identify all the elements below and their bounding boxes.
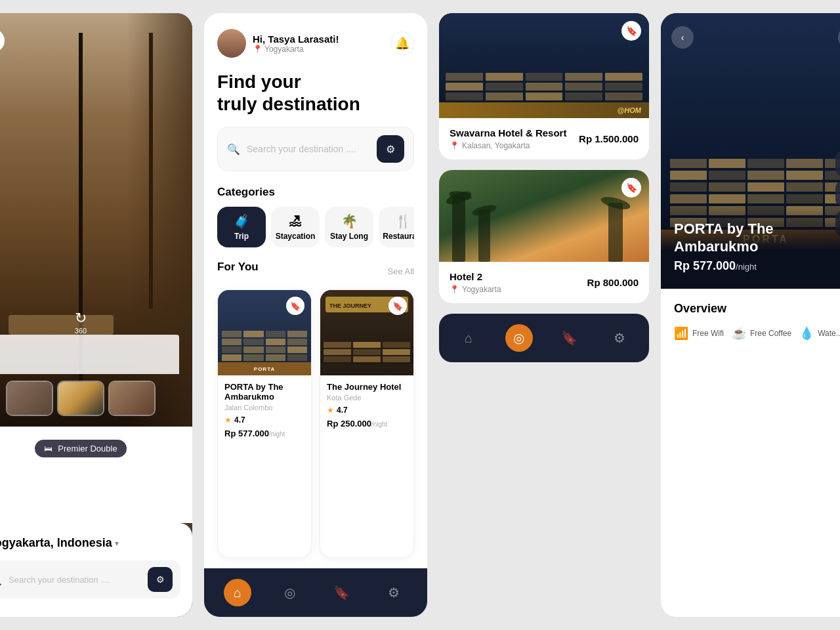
app-header: Hi, Tasya Larasati! 📍 Yogyakarta 🔔 <box>217 29 414 58</box>
location-pin-icon: 📍 <box>253 45 262 54</box>
explore-icon-right: ◎ <box>505 324 533 352</box>
hotel-list-location-2: 📍 Yogyakarta <box>450 285 501 294</box>
hotel-list-card-2[interactable]: 🔖 Hotel 2 📍 Yogyakarta Rp 800.000 <box>439 170 649 303</box>
hotel-location-1: Jalan Colombo <box>224 404 304 411</box>
panel-room: ‹ ↻ 360 🛏 Premier Double ‹ <box>0 13 192 617</box>
staycation-icon: 🏖 <box>289 214 302 229</box>
thumbnail-1[interactable] <box>6 381 53 416</box>
filter-icon: ⚙ <box>156 574 165 585</box>
hotel-list-img-2: 🔖 <box>439 170 649 262</box>
search-bottom-panel: ‹ Yogyakarta, Indonesia ▾ 🔍 Search your … <box>0 523 192 617</box>
stay-long-icon: 🌴 <box>341 213 358 229</box>
filter-button[interactable]: ⚙ <box>148 567 173 592</box>
hotel-cards: PORTA 🔖 PORTA by The Ambarukmo Jalan Col… <box>217 289 414 558</box>
bookmark-hotel-2[interactable]: 🔖 <box>621 178 641 198</box>
room-info: 🛏 Premier Double <box>0 427 192 523</box>
trip-icon: 🧳 <box>234 213 250 229</box>
hotel-list-card-1[interactable]: @HOM 🔖 Swavarna Hotel & Resort 📍 Kalasan… <box>439 13 649 159</box>
nav-explore[interactable]: ◎ <box>276 579 303 606</box>
for-you-header: For You See All <box>217 261 414 282</box>
hotel-card-journey[interactable]: THE JOURNEY 🔖 The Journey Hotel Kota Ged… <box>320 289 414 558</box>
search-placeholder: Search your destination .... <box>247 144 370 154</box>
hotel-list-price-2: Rp 800.000 <box>587 277 639 288</box>
home-icon-right: ⌂ <box>455 324 482 352</box>
detail-hero: PORTA ‹ 🔖 ⊞ ↻ ⊞ PORTA by The Ambarukmo <box>661 13 840 289</box>
app-content: Hi, Tasya Larasati! 📍 Yogyakarta 🔔 Find … <box>204 13 427 568</box>
hotel-list-name-2: Hotel 2 <box>450 271 501 282</box>
nav-settings[interactable]: ⚙ <box>380 579 408 606</box>
bookmark-button-2[interactable]: 🔖 <box>388 297 407 315</box>
search-icon: 🔍 <box>0 574 2 586</box>
search-bar-small[interactable]: 🔍 Search your destination .... ⚙ <box>0 560 180 598</box>
bottom-nav: ⌂ ◎ 🔖 ⚙ <box>204 568 427 617</box>
chevron-down-icon: ▾ <box>115 539 119 548</box>
category-restaurant[interactable]: 🍴 Restaura... <box>379 207 414 247</box>
amenity-water: 💧 Wate... <box>799 326 840 341</box>
nav-saved[interactable]: 🔖 <box>328 579 356 606</box>
bookmark-nav-icon: 🔖 <box>328 579 356 606</box>
detail-body: Overview 📶 Free Wifi ☕ Free Coffee 💧 Wat… <box>661 289 840 617</box>
room-photo: ‹ ↻ 360 <box>0 13 192 427</box>
bottom-nav-right: ⌂ ◎ 🔖 ⚙ <box>439 314 649 362</box>
expand-image-button[interactable]: ⊞ <box>835 151 840 176</box>
user-location: 📍 Yogyakarta <box>253 45 339 54</box>
detail-info-overlay: PORTA by The Ambarukmo Rp 577.000/night <box>661 207 840 289</box>
thumbnail-3[interactable] <box>108 381 156 416</box>
filter-icon: ⚙ <box>386 143 395 156</box>
hotel-price-1: Rp 577.000/night <box>224 429 304 438</box>
amenities-list: 📶 Free Wifi ☕ Free Coffee 💧 Wate... <box>674 326 840 341</box>
nav-right-saved[interactable]: 🔖 <box>555 324 583 352</box>
home-icon: ⌂ <box>224 579 251 606</box>
hotel-list-body-1: Swavarna Hotel & Resort 📍 Kalasan, Yogak… <box>439 118 649 159</box>
wifi-icon: 📶 <box>674 326 688 341</box>
star-icon: ★ <box>224 415 232 425</box>
location-pin-icon: 📍 <box>450 141 459 150</box>
bed-icon: 🛏 <box>44 444 52 453</box>
star-icon-2: ★ <box>327 406 334 415</box>
restaurant-icon: 🍴 <box>395 213 411 229</box>
categories-title: Categories <box>217 186 414 199</box>
hotel-name-2: The Journey Hotel <box>327 382 407 392</box>
nav-right-settings[interactable]: ⚙ <box>606 324 633 352</box>
notification-button[interactable]: 🔔 <box>390 32 414 55</box>
nav-right-home[interactable]: ⌂ <box>455 324 482 352</box>
hotel-name-1: PORTA by The Ambarukmo <box>224 382 304 402</box>
bookmark-hotel-1[interactable]: 🔖 <box>621 21 641 41</box>
category-stay-long[interactable]: 🌴 Stay Long <box>325 207 373 247</box>
category-staycation[interactable]: 🏖 Staycation <box>271 207 320 247</box>
bookmark-nav-icon-right: 🔖 <box>555 324 583 352</box>
hotel-list-body-2: Hotel 2 📍 Yogyakarta Rp 800.000 <box>439 262 649 303</box>
thumbnail-2[interactable] <box>57 381 104 416</box>
app-title: Find your truly destination <box>217 71 414 115</box>
hotel-list-price-1: Rp 1.500.000 <box>579 133 639 144</box>
detail-price: Rp 577.000/night <box>674 259 840 273</box>
see-all-button[interactable]: See All <box>388 266 414 276</box>
search-bar[interactable]: 🔍 Search your destination .... ⚙ <box>217 127 414 171</box>
bookmark-button-1[interactable]: 🔖 <box>286 297 304 315</box>
panel-right: @HOM 🔖 Swavarna Hotel & Resort 📍 Kalasan… <box>439 13 649 617</box>
location-pin-icon-2: 📍 <box>450 285 459 294</box>
hotel-card-porta[interactable]: PORTA 🔖 PORTA by The Ambarukmo Jalan Col… <box>217 289 312 558</box>
nav-right-explore[interactable]: ◎ <box>505 324 533 352</box>
panel-detail: PORTA ‹ 🔖 ⊞ ↻ ⊞ PORTA by The Ambarukmo <box>661 13 840 617</box>
city-title: Yogyakarta, Indonesia <box>0 536 112 550</box>
view-360-label: ↻ 360 <box>75 310 87 335</box>
room-thumbnails <box>6 381 156 416</box>
detail-back-button[interactable]: ‹ <box>671 26 694 49</box>
hotel-price-2: Rp 250.000/night <box>327 419 407 429</box>
room-type-badge: 🛏 Premier Double <box>35 440 126 457</box>
rotate-button[interactable]: ↻ <box>835 181 840 206</box>
user-info: Hi, Tasya Larasati! 📍 Yogyakarta <box>217 29 339 58</box>
coffee-icon: ☕ <box>732 326 746 341</box>
hotel-list-name-1: Swavarna Hotel & Resort <box>450 127 566 138</box>
overview-title: Overview <box>674 302 840 316</box>
category-trip[interactable]: 🧳 Trip <box>217 207 266 247</box>
hotel-card-image-1: PORTA 🔖 <box>218 290 311 375</box>
avatar <box>217 29 246 58</box>
amenity-coffee: ☕ Free Coffee <box>732 326 791 341</box>
filter-button[interactable]: ⚙ <box>377 135 404 163</box>
categories-list: 🧳 Trip 🏖 Staycation 🌴 Stay Long 🍴 Restau… <box>217 207 414 247</box>
nav-home[interactable]: ⌂ <box>224 579 251 606</box>
water-icon: 💧 <box>799 326 814 341</box>
settings-icon-right: ⚙ <box>606 324 633 352</box>
